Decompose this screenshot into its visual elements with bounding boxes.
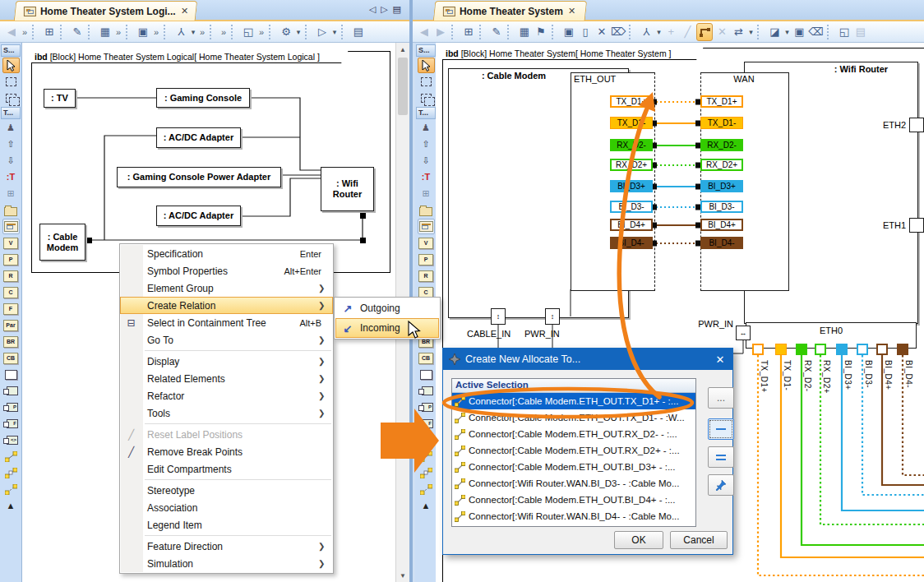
tab-list-icon[interactable]: ▤ — [393, 4, 401, 15]
connector-list-item[interactable]: Connector[:Cable Modem.ETH_OUT.BI_D3+ - … — [452, 459, 695, 475]
containment-folder-icon[interactable] — [2, 202, 20, 218]
remove-all-button[interactable] — [708, 446, 734, 468]
pin-label-right-bid4[interactable]: BI_D4+ — [700, 219, 743, 231]
pin-label-left-rxd2[interactable]: RX_D2+ — [610, 159, 653, 171]
palette-scroll-icon[interactable]: ▲ — [2, 498, 20, 514]
overflow-chevron-icon[interactable]: » — [114, 24, 122, 40]
left-diagram-tab[interactable]: Home Theater System Logi... ✕ — [14, 1, 197, 21]
constraint-parameter-icon[interactable]: Par — [2, 317, 20, 333]
value-property-icon[interactable]: V — [2, 235, 20, 251]
dropdown-caret-icon[interactable]: ▾ — [190, 24, 196, 40]
paste-icon[interactable]: ▯ — [578, 24, 593, 40]
port-pwr-in-modem[interactable]: ↕ — [545, 308, 560, 325]
pin-label-right-rxd2[interactable]: RX_D2- — [700, 139, 743, 151]
pin-label-left-bid4[interactable]: BI_D4+ — [610, 219, 653, 231]
delete-view-icon[interactable]: ⌦ — [611, 24, 626, 40]
bound-reference-icon[interactable]: BR — [2, 334, 20, 349]
diagram-overview-icon[interactable] — [418, 219, 435, 234]
block-acdc-adapter-top[interactable]: : AC/DC Adapter — [156, 127, 241, 148]
menu-item-edit-compartments[interactable]: Edit Compartments — [120, 460, 333, 478]
eth0-pin-rxd2[interactable] — [796, 344, 807, 355]
connector-tool-icon[interactable] — [418, 449, 435, 464]
menu-item-specification[interactable]: SpecificationEnter — [120, 245, 333, 262]
align-bottom-icon[interactable]: ⇩ — [2, 153, 20, 169]
menu-item-refactor[interactable]: Refactor❯ — [120, 387, 333, 404]
structure-map-icon[interactable]: ▦ — [98, 24, 113, 40]
menu-item-tools[interactable]: Tools❯ — [120, 404, 333, 422]
copy-icon[interactable]: ▣ — [136, 24, 150, 40]
eth0-pin-bid3[interactable] — [857, 344, 868, 355]
containment-tree-icon[interactable]: ⊞ — [42, 24, 57, 40]
connector-tool-icon[interactable] — [2, 449, 20, 464]
pin-label-right-bid3[interactable]: BI_D3- — [700, 201, 743, 213]
tab-close-icon[interactable]: ✕ — [567, 6, 576, 16]
overflow-chevron-icon[interactable]: » — [152, 24, 160, 40]
menu-item-select-in-containment-tree[interactable]: ⊟Select in Containment TreeAlt+B — [120, 314, 333, 331]
block-cable-modem[interactable]: : Cable Modem — [39, 224, 85, 261]
port-shape-icon[interactable] — [2, 383, 20, 399]
submenu-item-incoming[interactable]: ↙Incoming — [335, 318, 439, 338]
block-wifi-router[interactable]: : Wifi Router — [321, 167, 374, 211]
marquee-selection-icon[interactable] — [2, 74, 20, 90]
text-tool-icon[interactable]: :T — [2, 169, 20, 185]
menu-item-symbol-properties[interactable]: Symbol PropertiesAlt+Enter — [120, 262, 333, 279]
port-pwr-in-wifi[interactable]: ↔ — [736, 326, 751, 340]
grid-icon[interactable]: ▤ — [351, 24, 366, 40]
hierarchy-icon[interactable]: Y — [173, 24, 188, 40]
structure-map-icon[interactable]: ▦ — [517, 24, 532, 40]
port-shape-icon[interactable] — [418, 383, 435, 399]
part-shape-icon[interactable] — [2, 367, 20, 382]
marquee-selection-icon[interactable] — [418, 74, 435, 90]
text-tool-icon[interactable]: :T — [418, 169, 435, 185]
rectilinear-path-icon[interactable] — [696, 23, 713, 41]
callout-box-icon[interactable]: CB — [418, 350, 435, 366]
containment-tree-icon[interactable]: ⊞ — [461, 24, 476, 40]
dropdown-caret-icon[interactable]: ▾ — [655, 24, 662, 40]
dialog-close-icon[interactable]: ✕ — [708, 353, 732, 366]
delete-icon[interactable]: ✕ — [594, 24, 609, 40]
palette-section-header[interactable]: T... — [1, 107, 21, 119]
dependency-tool-icon[interactable] — [2, 482, 20, 497]
dialog-titlebar[interactable]: Create New Allocate To... ✕ — [443, 349, 732, 370]
eth0-pin-rxd2[interactable] — [815, 344, 826, 355]
overflow-chevron-icon[interactable]: » — [198, 24, 206, 40]
menu-item-feature-direction[interactable]: Feature Direction❯ — [120, 538, 333, 555]
copy-icon[interactable]: ▣ — [561, 24, 576, 40]
structure-tool-icon[interactable]: ⊞ — [2, 186, 20, 201]
menu-item-stereotype[interactable]: Stereotype — [120, 482, 333, 499]
reference-property-icon[interactable]: R — [2, 268, 20, 284]
binding-connector-icon[interactable] — [2, 465, 20, 481]
style-paint-icon[interactable]: ◪ — [767, 24, 782, 40]
tab-scroll-right-icon[interactable]: ▷ — [381, 4, 387, 15]
constraint-property-icon[interactable]: C — [2, 284, 20, 300]
dropdown-caret-icon[interactable]: ▾ — [331, 24, 338, 40]
menu-item-display[interactable]: Display❯ — [120, 353, 333, 370]
containment-folder-icon[interactable] — [418, 202, 435, 218]
connector-list-item[interactable]: Connector[:Cable Modem.ETH_OUT.BI_D4+ - … — [452, 492, 695, 508]
edit-note-icon[interactable]: ✎ — [70, 24, 85, 40]
pin-label-right-bid3[interactable]: BI_D3+ — [700, 180, 743, 192]
binding-connector-icon[interactable] — [418, 465, 435, 481]
stamp-tool-icon[interactable]: ♟ — [2, 120, 20, 136]
clear-style-icon[interactable]: ⌫ — [808, 24, 823, 40]
port-eth1[interactable] — [909, 218, 924, 233]
tab-scroll-left-icon[interactable]: ◁ — [369, 4, 376, 15]
block-acdc-adapter-bottom[interactable]: : AC/DC Adapter — [156, 206, 241, 226]
flow-port-icon[interactable]: <> — [418, 432, 435, 448]
block-gaming-console[interactable]: : Gaming Console — [156, 88, 250, 108]
callout-box-icon[interactable]: CB — [2, 350, 20, 366]
group-selection-icon[interactable] — [418, 90, 435, 106]
value-property-icon[interactable]: V — [418, 235, 435, 251]
pin-label-left-txd1[interactable]: TX_D1- — [610, 117, 653, 129]
menu-item-element-group[interactable]: Element Group❯ — [120, 279, 333, 297]
menu-item-legend-item[interactable]: Legend Item — [120, 516, 333, 534]
connector-list-item[interactable]: Connector[:Cable Modem.ETH_OUT.TX_D1+ - … — [452, 393, 695, 409]
overflow-chevron-icon[interactable]: » — [21, 24, 29, 40]
edit-note-icon[interactable]: ✎ — [489, 24, 504, 40]
block-tv[interactable]: : TV — [44, 89, 76, 108]
pin-label-right-txd1[interactable]: TX_D1- — [700, 117, 743, 129]
dropdown-caret-icon[interactable]: ▾ — [747, 24, 754, 40]
back-icon[interactable]: ◀ — [417, 24, 432, 40]
back-icon[interactable]: ◀ — [4, 24, 19, 40]
swap-ends-icon[interactable]: ⇄ — [731, 24, 746, 40]
